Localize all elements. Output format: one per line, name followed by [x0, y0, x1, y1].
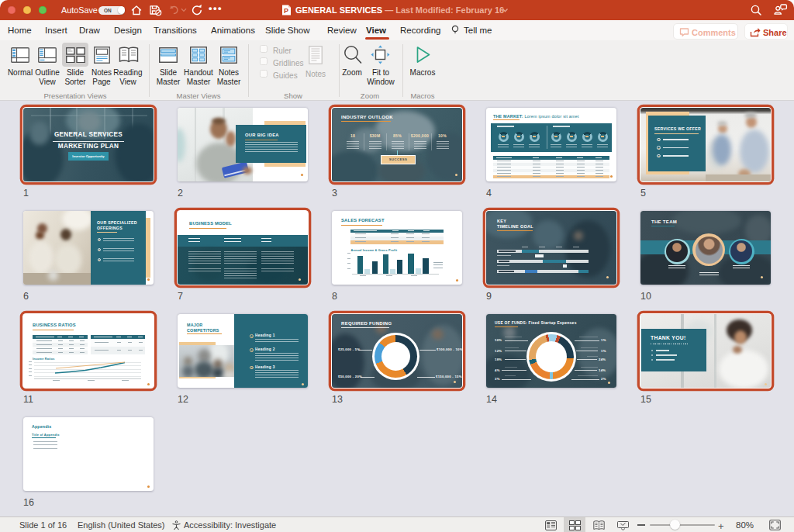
svg-text:P: P	[284, 7, 288, 15]
